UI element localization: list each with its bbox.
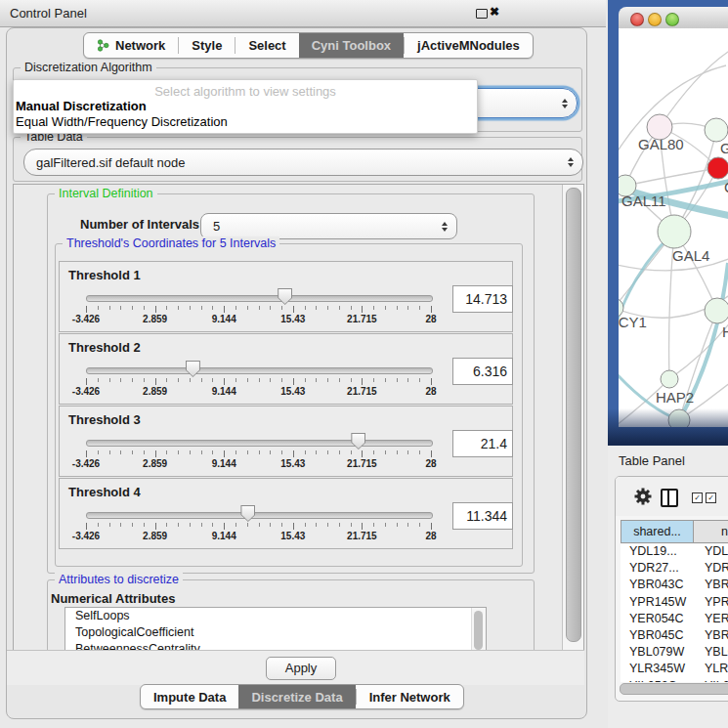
combo-stepper-icon xyxy=(568,157,574,167)
node-selected-red[interactable] xyxy=(707,157,728,179)
column-header-shared-name[interactable]: shared... xyxy=(621,520,694,543)
threshold-slider-track[interactable] xyxy=(86,440,433,447)
node-hap2[interactable] xyxy=(661,370,678,388)
tab-select[interactable]: Select xyxy=(236,33,298,58)
dropdown-hint: Select algorithm to view settings xyxy=(14,84,477,99)
tab-infer-network[interactable]: Infer Network xyxy=(357,685,463,708)
table-row[interactable]: YBL079WYBL0 xyxy=(621,645,728,662)
table-row[interactable]: YBR045CYBR0 xyxy=(621,628,728,645)
node-label: C xyxy=(724,179,728,195)
checkbox-icon[interactable]: ✓ xyxy=(692,492,703,503)
table-row[interactable]: YER054CYER0 xyxy=(621,612,728,628)
node-gal4[interactable] xyxy=(658,215,691,248)
list-item[interactable]: SelfLoops xyxy=(65,608,486,624)
threshold-panel: Threshold 4 -3.426 2.859 9.144 15.43 21.… xyxy=(59,478,513,549)
app-root: Control Panel ✖ Network Style Select Cyn… xyxy=(0,0,728,728)
threshold-slider-thumb[interactable] xyxy=(186,361,200,377)
column-header-name[interactable]: name xyxy=(694,520,728,543)
table-row[interactable]: YDL19...YDL1 xyxy=(621,544,728,561)
combo-stepper-icon xyxy=(442,222,448,232)
table-panel: Table Panel ✓ ✓ shared... xyxy=(608,446,728,728)
settings-scrollpane: Interval Definition Number of Intervals … xyxy=(13,184,584,652)
attributes-group: Attributes to discretize Numerical Attri… xyxy=(47,579,535,652)
columns-icon[interactable] xyxy=(661,489,678,507)
network-canvas[interactable]: GAL80 GA C GAL11 GAL4 GCY1 H HAP2 xyxy=(619,28,728,427)
cyni-mode-tabs: Impute Data Discretize Data Infer Networ… xyxy=(140,684,464,709)
node-table: ✓ ✓ shared... name YDL19...YDL1 YDR27...… xyxy=(615,476,728,702)
tab-network[interactable]: Network xyxy=(84,33,178,58)
number-of-intervals-combo[interactable]: 5 xyxy=(200,213,457,239)
algorithm-dropdown-popup: Select algorithm to view settings Manual… xyxy=(13,79,478,134)
node-label: GCY1 xyxy=(619,314,647,330)
tab-impute-data[interactable]: Impute Data xyxy=(141,685,238,708)
dropdown-item-manual-discretization[interactable]: Manual Discretization xyxy=(16,99,147,113)
node-label: H xyxy=(722,323,728,340)
close-icon[interactable]: ✖ xyxy=(490,5,499,19)
tab-cyni-toolbox[interactable]: Cyni Toolbox xyxy=(299,33,404,58)
slider-ticks-major xyxy=(86,523,432,530)
checkbox-icon[interactable]: ✓ xyxy=(706,492,716,503)
group-title: Attributes to discretize xyxy=(55,573,183,586)
tab-style[interactable]: Style xyxy=(179,33,235,58)
float-window-icon[interactable] xyxy=(476,9,488,19)
node-top-right[interactable] xyxy=(705,118,728,142)
settings-scrollbar[interactable] xyxy=(562,185,583,651)
threshold-value-field[interactable]: 21.4 xyxy=(452,430,513,457)
zoom-traffic-light[interactable] xyxy=(665,13,679,26)
table-row[interactable]: YBR043CYBR0 xyxy=(621,578,728,594)
table-horizontal-scrollbar-thumb[interactable] xyxy=(620,683,728,695)
network-view-frame: GAL80 GA C GAL11 GAL4 GCY1 H HAP2 xyxy=(608,0,728,446)
threshold-panel: Threshold 1 -3.426 2.859 9.144 15.43 21.… xyxy=(59,261,513,332)
list-scrollbar[interactable] xyxy=(471,608,486,652)
table-panel-title: Table Panel xyxy=(619,453,685,468)
slider-ticks-major xyxy=(86,306,432,313)
table-data-combo[interactable]: galFiltered.sif default node xyxy=(23,149,583,176)
list-item[interactable]: TopologicalCoefficient xyxy=(65,624,486,641)
settings-scrollbar-thumb[interactable] xyxy=(566,188,581,642)
tab-jactivemnodules[interactable]: jActiveMNodules xyxy=(405,33,533,58)
threshold-slider-track[interactable] xyxy=(86,512,433,519)
numerical-attributes-label: Numerical Attributes xyxy=(51,591,175,606)
table-toolbar: ✓ ✓ xyxy=(616,477,728,516)
combo-stepper-icon xyxy=(562,99,568,108)
slider-ticks-major xyxy=(86,378,432,385)
table-header-row: shared... name xyxy=(621,520,728,543)
node-label: GAL80 xyxy=(638,136,684,152)
threshold-value-field[interactable]: 14.713 xyxy=(452,285,513,313)
network-window-titlebar[interactable] xyxy=(619,7,728,29)
threshold-label: Threshold 1 xyxy=(68,268,141,282)
table-row[interactable]: YPR145WYPR1 xyxy=(621,595,728,612)
threshold-slider-thumb[interactable] xyxy=(351,433,365,450)
network-icon xyxy=(97,39,109,52)
threshold-panel: Threshold 2 -3.426 2.859 9.144 15.43 21.… xyxy=(59,333,513,405)
table-horizontal-scrollbar[interactable] xyxy=(619,682,728,695)
threshold-slider-track[interactable] xyxy=(86,367,433,374)
table-row[interactable]: YLR345WYLR3 xyxy=(621,662,728,678)
panel-title: Control Panel xyxy=(10,6,87,21)
node-label: GA xyxy=(720,140,728,156)
apply-button[interactable]: Apply xyxy=(266,657,336,680)
node-right-low[interactable] xyxy=(705,298,728,323)
threshold-label: Threshold 3 xyxy=(68,412,141,427)
threshold-label: Threshold 2 xyxy=(68,340,141,355)
group-title: Discretization Algorithm xyxy=(21,61,156,74)
tab-discretize-data[interactable]: Discretize Data xyxy=(238,685,355,708)
threshold-slider-track[interactable] xyxy=(86,295,433,302)
threshold-slider-thumb[interactable] xyxy=(240,505,255,522)
numerical-attributes-list: SelfLoops TopologicalCoefficient Between… xyxy=(64,607,487,652)
group-title: Interval Definition xyxy=(55,187,157,200)
list-scrollbar-thumb[interactable] xyxy=(474,611,483,650)
close-traffic-light[interactable] xyxy=(630,13,644,26)
table-row[interactable]: YDR27...YDR2 xyxy=(621,561,728,578)
threshold-value-field[interactable]: 11.344 xyxy=(452,502,513,530)
number-of-intervals-value: 5 xyxy=(201,219,220,234)
frame-bottom-shade xyxy=(608,408,728,446)
gear-icon[interactable] xyxy=(633,487,653,506)
minimize-traffic-light[interactable] xyxy=(648,13,662,26)
dropdown-item-equal-width-frequency[interactable]: Equal Width/Frequency Discretization xyxy=(16,114,228,129)
apply-strip: Apply xyxy=(7,650,584,685)
number-of-intervals-label: Number of Intervals xyxy=(80,217,199,232)
threshold-slider-thumb[interactable] xyxy=(278,288,292,305)
control-panel-titlebar: Control Panel ✖ xyxy=(0,0,606,27)
threshold-value-field[interactable]: 6.316 xyxy=(452,358,513,385)
